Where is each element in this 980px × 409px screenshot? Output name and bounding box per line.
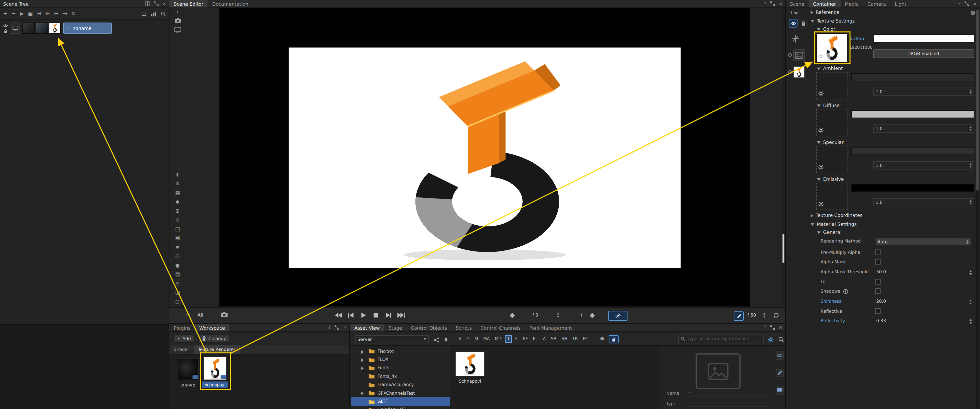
tab-scripts[interactable]: Scripts — [452, 324, 476, 331]
profiler-icon[interactable] — [151, 11, 156, 17]
tab-light[interactable]: Light — [890, 0, 911, 8]
texture-gear-icon[interactable] — [818, 54, 824, 61]
go-to-start-button[interactable] — [345, 311, 356, 319]
shininess-value[interactable]: 20.0 — [876, 299, 886, 304]
editor-tool-2-icon[interactable]: ☀ — [174, 181, 181, 187]
editor-tool-12-icon[interactable]: ▤ — [174, 272, 181, 277]
frame-increment-icon[interactable]: + — [579, 313, 584, 318]
settings-gear-icon[interactable] — [767, 337, 773, 343]
filter-g[interactable]: G — [464, 335, 471, 343]
frame-decrement-icon[interactable]: − — [524, 313, 528, 318]
texture-gear-icon[interactable] — [818, 128, 824, 134]
texture-id-label[interactable]: #3956 — [849, 36, 864, 42]
lock-filter-button[interactable] — [609, 335, 619, 343]
folder-flexbox[interactable]: Flexbox — [351, 347, 450, 355]
filter-ma[interactable]: MA — [481, 335, 492, 343]
link-tool-icon[interactable] — [776, 351, 784, 359]
collapse-all-icon[interactable]: ⊟ — [46, 11, 50, 16]
filter-f[interactable]: F — [513, 335, 520, 343]
filter-i[interactable]: I — [505, 335, 512, 343]
preview-monitor-icon[interactable] — [175, 27, 181, 32]
expand-arrow-icon[interactable] — [361, 350, 364, 354]
texture-slot-thumbnail[interactable] — [793, 66, 805, 78]
texture-item-label-selected[interactable]: Schnappyi — [202, 382, 228, 388]
expand-all-icon[interactable]: ⊞ — [37, 11, 41, 16]
folder-fonts-4x[interactable]: Fonts_4x — [351, 372, 450, 380]
editor-tool-11-icon[interactable]: ● — [174, 263, 181, 268]
add-keyframe-icon[interactable] — [509, 313, 515, 318]
directors-all-button[interactable]: All — [197, 312, 204, 318]
color-swatch[interactable] — [873, 34, 974, 43]
filter-s[interactable]: S — [457, 335, 463, 343]
name-value-field[interactable]: - — [687, 389, 769, 396]
bookmark-icon[interactable] — [444, 337, 448, 343]
transform-axis-icon[interactable] — [791, 34, 800, 43]
pre-multiply-alpha-checkbox[interactable] — [875, 249, 880, 255]
diffuse-value-field[interactable]: 1.0 — [873, 125, 974, 133]
tab-control-channels[interactable]: Control Channels — [476, 324, 525, 331]
type-value-field[interactable] — [687, 399, 769, 407]
split-view-icon[interactable]: ◫ — [142, 11, 146, 16]
editor-tool-9-icon[interactable]: ≡ — [174, 245, 181, 250]
specular-texture-slot[interactable] — [816, 146, 848, 173]
indent-icon[interactable]: ↦ — [54, 11, 58, 16]
rewind-button[interactable] — [333, 311, 343, 319]
help-icon[interactable]: ? — [328, 326, 331, 330]
texture-gear-icon[interactable] — [818, 201, 824, 208]
section-reference[interactable]: Reference — [811, 10, 839, 15]
editor-tool-8-icon[interactable]: ▣ — [174, 236, 181, 241]
filter-a[interactable]: A — [541, 335, 548, 343]
folder-fonts[interactable]: Fonts — [351, 364, 450, 372]
color-texture-thumbnail[interactable] — [816, 33, 848, 62]
section-diffuse[interactable]: Diffuse — [817, 102, 840, 108]
editor-tool-3-icon[interactable]: ▦ — [174, 191, 181, 196]
close-icon[interactable]: × — [973, 2, 977, 6]
close-icon[interactable]: × — [779, 326, 783, 330]
visibility-eye-icon[interactable] — [3, 23, 8, 28]
texture-gear-icon[interactable] — [818, 91, 824, 97]
help-icon[interactable]: ? — [764, 2, 767, 6]
next-keyframe-icon[interactable] — [589, 313, 595, 318]
tab-font-management[interactable]: Font Management — [525, 324, 577, 331]
spinner-icon[interactable] — [969, 319, 972, 323]
alpha-mask-threshold-value[interactable]: 50.0 — [876, 269, 886, 275]
filter-fc[interactable]: FC — [581, 335, 590, 343]
remove-container-icon[interactable]: − — [12, 11, 16, 16]
snapshot-icon[interactable] — [221, 312, 228, 318]
editor-tool-1-icon[interactable]: ⊕ — [174, 173, 181, 178]
filter-sh[interactable]: SH — [560, 335, 569, 343]
srgb-enabled-button[interactable]: sRGB Enabled — [873, 50, 974, 58]
dock-icon[interactable] — [145, 1, 150, 6]
current-frame-field[interactable]: f 0 — [533, 313, 538, 318]
node-function-thumbnail[interactable] — [22, 22, 35, 34]
tab-media[interactable]: Media — [840, 0, 863, 8]
rendering-method-select[interactable]: Auto — [875, 238, 971, 246]
folder-gltf-selected[interactable]: GLTF — [351, 397, 450, 406]
sort-icon[interactable]: ≡ — [600, 337, 604, 342]
viewport-scrollbar-thumb[interactable] — [783, 234, 784, 262]
specular-value-field[interactable]: 1.0 — [873, 161, 974, 169]
network-icon[interactable] — [434, 337, 439, 343]
editor-tool-4-icon[interactable]: ◆ — [174, 200, 181, 204]
filter-tr[interactable]: TR — [570, 335, 580, 343]
editor-tool-14-icon[interactable]: ◫ — [174, 290, 181, 295]
tab-control-objects[interactable]: Control Objects — [406, 324, 452, 331]
filter-ff[interactable]: FF — [521, 335, 530, 343]
folder-frameaccurancy[interactable]: FrameAccurancy — [351, 380, 450, 389]
filter-sb[interactable]: SB — [549, 335, 558, 343]
node-texture-thumbnail[interactable] — [49, 22, 60, 34]
loop-icon[interactable] — [773, 312, 779, 318]
lock-icon[interactable] — [3, 29, 8, 34]
lock-button[interactable] — [799, 19, 807, 27]
maximize-icon[interactable] — [334, 325, 339, 331]
add-button[interactable]: + Add — [173, 334, 195, 343]
expand-arrow-icon[interactable] — [361, 358, 364, 362]
tab-scene-editor[interactable]: Scene Editor — [169, 0, 208, 8]
help-icon[interactable]: ? — [958, 2, 961, 6]
folder-holodeck-v2[interactable]: Holodeck_V2 — [351, 406, 450, 409]
spinner-icon[interactable] — [969, 126, 972, 131]
render-viewport[interactable] — [220, 8, 750, 307]
diffuse-texture-slot[interactable] — [816, 109, 848, 136]
edit-tool-icon[interactable] — [776, 369, 784, 377]
tab-scene[interactable]: Scene — [786, 0, 808, 8]
